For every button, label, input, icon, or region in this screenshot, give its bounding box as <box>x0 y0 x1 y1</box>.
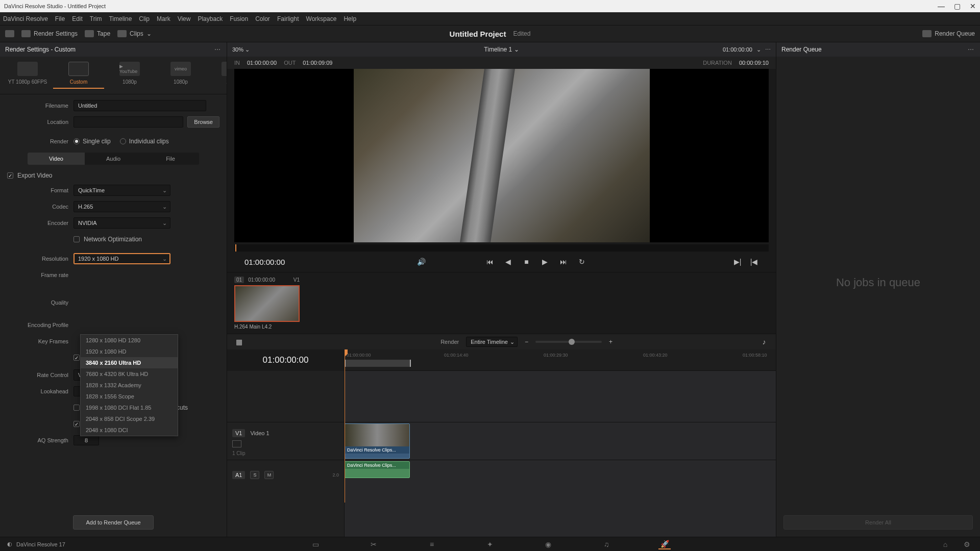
zoom-dropdown[interactable]: 30% ⌄ <box>232 46 250 53</box>
track-enable-icon[interactable] <box>232 440 241 447</box>
filename-input[interactable] <box>74 100 206 111</box>
viewer-scrubber[interactable] <box>234 244 769 252</box>
resolution-dropdown[interactable]: 980 x 551 HD <box>74 253 170 264</box>
res-opt-4[interactable]: 1828 x 1332 Academy <box>81 380 178 391</box>
next-clip-button[interactable]: |◀ <box>749 257 758 266</box>
preset-yt1080[interactable]: YT 1080p 60FPS <box>2 62 53 85</box>
v1-track-header[interactable]: V1Video 1 1 Clip <box>227 422 344 460</box>
clip-thumbnail[interactable] <box>234 285 300 322</box>
menu-mark[interactable]: Mark <box>157 15 170 22</box>
timeline-ruler[interactable]: 01:00:00:00 01:00:14:40 01:00:29:30 01:0… <box>345 349 776 371</box>
audio-toggle-icon[interactable]: ♪ <box>760 337 769 346</box>
a1-lane[interactable]: DaVinci Resolve Clips... <box>345 460 776 479</box>
res-opt-1[interactable]: 980 x 551 HD <box>81 346 178 357</box>
volume-icon[interactable]: 🔊 <box>417 257 426 266</box>
prev-clip-button[interactable]: ▶| <box>733 257 742 266</box>
media-page-icon[interactable]: ▭ <box>309 539 322 549</box>
minimize-button[interactable]: — <box>938 2 945 10</box>
stop-button[interactable]: ■ <box>522 257 531 266</box>
zoom-out-icon[interactable]: − <box>525 338 528 345</box>
browse-button[interactable]: Browse <box>187 116 219 128</box>
queue-options-button[interactable]: ⋯ <box>968 46 975 53</box>
zoom-in-icon[interactable]: + <box>609 338 612 345</box>
timeline-tracks[interactable]: 01:00:00:00 01:00:14:40 01:00:29:30 01:0… <box>345 349 776 537</box>
res-opt-7[interactable]: 2048 x 858 DCI Scope 2.39 <box>81 413 178 424</box>
in-out-range[interactable] <box>345 360 411 367</box>
individual-clips-radio[interactable]: Individual clips <box>120 138 169 145</box>
menu-file[interactable]: File <box>55 15 65 22</box>
color-page-icon[interactable]: ◉ <box>542 539 554 549</box>
timeline-tc[interactable]: 01:00:00:00 <box>227 349 344 371</box>
viewer-options[interactable]: ⋯ <box>765 46 771 53</box>
tape-toggle[interactable]: Tape <box>85 30 110 37</box>
panel-options-button[interactable]: ⋯ <box>214 46 222 53</box>
preset-twitter[interactable]: 𝕏1080 <box>206 62 227 85</box>
menu-help[interactable]: Help <box>344 15 356 22</box>
viewer-tc-dropdown[interactable]: 01:00:00:00 <box>723 46 752 53</box>
menu-clip[interactable]: Clip <box>139 15 150 22</box>
edit-page-icon[interactable]: ≡ <box>426 539 438 549</box>
menu-trim[interactable]: Trim <box>90 15 102 22</box>
menu-fairlight[interactable]: Fairlight <box>277 15 299 22</box>
clips-toggle[interactable]: Clips⌄ <box>117 30 152 37</box>
network-opt-checkbox[interactable]: Network Optimization <box>74 236 142 243</box>
single-clip-radio[interactable]: Single clip <box>74 138 111 145</box>
res-opt-3[interactable]: 7680 x 4320 8K Ultra HD <box>81 368 178 380</box>
step-fwd-button[interactable]: ⏭ <box>559 257 568 266</box>
res-opt-6[interactable]: 1998 x 1080 DCI Flat 1.85 <box>81 402 178 413</box>
transport-tc[interactable]: 01:00:00:00 <box>244 258 285 266</box>
video-viewer[interactable] <box>234 69 769 242</box>
playhead[interactable] <box>345 349 345 503</box>
res-opt-0[interactable]: 1280 x 1080 HD 1280 <box>81 335 178 346</box>
fusion-page-icon[interactable]: ✦ <box>484 539 496 549</box>
settings-scroll[interactable]: Filename Location Browse Render Single c… <box>0 94 227 508</box>
menu-edit[interactable]: Edit <box>72 15 83 22</box>
deliver-page-icon[interactable] <box>5 30 14 37</box>
timeline-name-dropdown[interactable]: Timeline 1 ⌄ <box>484 46 519 53</box>
home-icon[interactable]: ⌂ <box>939 539 951 549</box>
video-clip[interactable]: DaVinci Resolve Clips... <box>345 423 410 459</box>
tab-video[interactable]: Video <box>28 153 85 165</box>
maximize-button[interactable]: ▢ <box>954 2 961 10</box>
location-input[interactable] <box>74 116 183 128</box>
codec-dropdown[interactable]: H.265 <box>74 201 170 212</box>
close-button[interactable]: ✕ <box>970 2 976 10</box>
res-opt-2[interactable]: 3840 x 2160 Ultra HD <box>81 357 178 368</box>
res-opt-5[interactable]: 1828 x 1556 Scope <box>81 391 178 402</box>
fairlight-page-icon[interactable]: ♫ <box>600 539 612 549</box>
preset-youtube[interactable]: ▶ YouTube1080p <box>104 62 155 85</box>
in-tc[interactable]: 01:00:00:00 <box>247 60 277 66</box>
preset-vimeo[interactable]: vimeo1080p <box>155 62 206 85</box>
render-settings-toggle[interactable]: Render Settings <box>21 30 78 37</box>
project-settings-icon[interactable]: ⚙ <box>961 539 973 549</box>
menu-timeline[interactable]: Timeline <box>109 15 132 22</box>
render-queue-toggle[interactable]: Render Queue <box>922 30 975 37</box>
menu-fusion[interactable]: Fusion <box>230 15 248 22</box>
aq-strength-input[interactable] <box>74 435 99 445</box>
solo-button[interactable]: S <box>250 471 259 479</box>
format-dropdown[interactable]: QuickTime <box>74 185 170 196</box>
timeline-view-icon[interactable]: ▦ <box>234 337 243 346</box>
menu-davinci[interactable]: DaVinci Resolve <box>3 15 48 22</box>
menu-color[interactable]: Color <box>255 15 270 22</box>
tab-file[interactable]: File <box>142 153 199 165</box>
encoder-dropdown[interactable]: NVIDIA <box>74 217 170 229</box>
menu-workspace[interactable]: Workspace <box>306 15 337 22</box>
preset-custom[interactable]: Custom <box>53 62 104 89</box>
export-video-checkbox[interactable]: Export Video <box>7 172 219 179</box>
menu-playback[interactable]: Playback <box>198 15 223 22</box>
audio-clip[interactable]: DaVinci Resolve Clips... <box>345 461 410 478</box>
add-to-render-queue-button[interactable]: Add to Render Queue <box>73 515 153 530</box>
step-back-button[interactable]: ◀ <box>504 257 513 266</box>
menu-view[interactable]: View <box>178 15 191 22</box>
v1-lane[interactable]: DaVinci Resolve Clips... <box>345 422 776 460</box>
out-tc[interactable]: 01:00:09:09 <box>303 60 332 66</box>
render-scope-dropdown[interactable]: Entire Timeline <box>466 337 518 347</box>
loop-button[interactable]: ↻ <box>577 257 586 266</box>
tab-audio[interactable]: Audio <box>85 153 142 165</box>
render-all-button[interactable]: Render All <box>783 515 973 530</box>
mute-button[interactable]: M <box>264 471 274 479</box>
a1-track-header[interactable]: A1 S M 2.0 <box>227 460 344 489</box>
timeline-zoom-slider[interactable] <box>535 341 602 343</box>
play-button[interactable]: ▶ <box>541 257 550 266</box>
